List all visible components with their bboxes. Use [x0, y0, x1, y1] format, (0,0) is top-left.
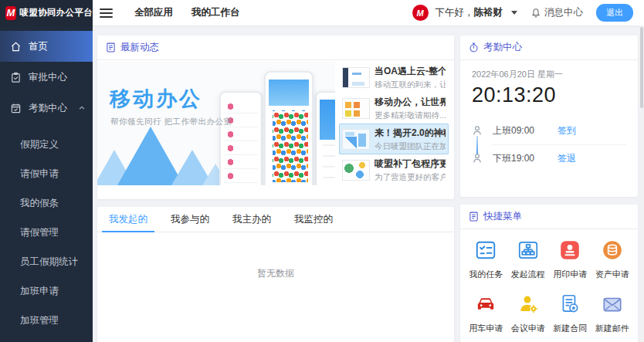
check-out-link[interactable]: 签退 [558, 152, 576, 165]
news-list: 当OA遇上云-整个协同OA 移动互联的到来，让OA与云 移动办公，让世界触手可 … [335, 62, 454, 185]
flow-icon [517, 239, 540, 262]
sidebar-item-employee-holiday-stats[interactable]: 员工假期统计 [0, 247, 93, 276]
news-card-header: 最新动态 [97, 36, 454, 60]
quick-item-new-contract[interactable]: 新建合同 [549, 293, 591, 334]
sidebar-item-label: 审批中心 [29, 71, 67, 84]
news-item[interactable]: 唛盟补丁包程序更新 为了营造更好的客户体验，唛 [339, 154, 449, 185]
news-text: 当OA遇上云-整个协同OA 移动互联的到来，让OA与云 [375, 65, 446, 90]
quick-item-my-tasks[interactable]: 我的任务 [465, 239, 507, 280]
brand-title: 唛盟协同办公平台 [20, 7, 93, 19]
quick-item-meeting-request[interactable]: 会议申请 [507, 293, 550, 334]
mail-icon [601, 293, 624, 316]
scrollbar-thumb[interactable] [640, 27, 643, 108]
attendance-card: 考勤中心 2022年06月20日 星期一 20:13:20 上班09:00 签到 [460, 36, 638, 197]
check-in-link[interactable]: 签到 [558, 124, 576, 137]
quick-item-label: 发起流程 [511, 269, 545, 280]
person-icon [472, 125, 483, 136]
news-subtitle: 更多精彩敬请期待....... [375, 110, 446, 121]
attendance-card-header: 考勤中心 [460, 36, 638, 60]
sidebar-item-label: 首页 [29, 40, 48, 53]
check-out-label: 下班19:00 [493, 152, 545, 165]
sidebar-item-holiday-definition[interactable]: 假期定义 [0, 130, 93, 159]
chevron-up-icon [78, 104, 86, 112]
contract-icon [558, 293, 581, 316]
brand-logo: M 唛盟协同办公平台 [0, 0, 93, 25]
news-subtitle: 为了营造更好的客户体验，唛 [375, 172, 446, 183]
quick-item-label: 我的任务 [469, 269, 503, 280]
news-thumbnail [342, 67, 370, 88]
tab-initiated-by-me[interactable]: 我发起的 [97, 207, 159, 232]
greeting-text: 下午好，陈裕财 [436, 6, 503, 19]
sidebar-item-overtime-management[interactable]: 加班管理 [0, 306, 93, 335]
tasks-card: 我发起的 我参与的 我主办的 我监控的 暂无数据 [97, 207, 454, 342]
quick-menu-grid: 我的任务 发起流程 用印申请 资产申请 [460, 229, 638, 334]
quick-item-label: 新建合同 [553, 323, 587, 334]
quick-item-start-process[interactable]: 发起流程 [507, 239, 550, 280]
tab-participated-by-me[interactable]: 我参与的 [159, 207, 221, 232]
logout-button[interactable]: 退出 [596, 4, 633, 22]
greeting-prefix: 下午好， [436, 7, 474, 18]
quick-item-asset-request[interactable]: 资产申请 [591, 239, 634, 280]
carousel-banner[interactable]: 移动办公 帮你领先同行 把工作带出办公室 [97, 62, 335, 185]
quick-menu-header: 快捷菜单 [460, 205, 638, 229]
document-icon [106, 42, 116, 52]
phone-mockup [264, 71, 314, 185]
person-icon [472, 153, 483, 164]
quick-item-label: 新建邮件 [595, 323, 629, 334]
quick-item-new-mail[interactable]: 新建邮件 [591, 293, 634, 334]
message-center-button[interactable]: 消息中心 [530, 6, 583, 19]
avatar[interactable]: M [412, 5, 429, 21]
sidebar: 首页 审批中心 考勤中心 假期定义 请假申请 我的假条 请假管理 员工假期统计 … [0, 25, 93, 342]
header-right: M 下午好，陈裕财 消息中心 退出 [412, 4, 644, 22]
news-thumbnail [342, 129, 370, 150]
chevron-down-icon[interactable] [511, 11, 517, 15]
sidebar-item-approval-center[interactable]: 审批中心 [0, 62, 93, 93]
clipboard-check-icon [10, 72, 22, 83]
sidebar-submenu: 假期定义 请假申请 我的假条 请假管理 员工假期统计 加班申请 加班管理 [0, 130, 93, 335]
attendance-date: 2022年06月20日 星期一 [472, 69, 626, 80]
attendance-clock: 20:13:20 [472, 83, 626, 107]
sidebar-item-leave-request[interactable]: 请假申请 [0, 159, 93, 188]
top-header: M 唛盟协同办公平台 全部应用 我的工作台 M 下午好，陈裕财 消息中心 退出 [0, 0, 644, 25]
news-title: 当OA遇上云-整个协同OA [375, 65, 446, 78]
phone-mockup [315, 91, 335, 185]
home-icon [10, 41, 22, 52]
stopwatch-icon [469, 42, 479, 52]
news-item-selected[interactable]: 来！揭开2.0的神秘面纱~ 今日唛盟团队正在加班加点， [339, 124, 449, 154]
sidebar-item-my-leave-notes[interactable]: 我的假条 [0, 188, 93, 218]
menu-toggle-icon[interactable] [100, 8, 113, 18]
app-window: M 唛盟协同办公平台 全部应用 我的工作台 M 下午好，陈裕财 消息中心 退出 … [0, 0, 644, 342]
sidebar-item-label: 考勤中心 [29, 102, 67, 115]
main-content: 最新动态 移动办公 帮你领先同行 把工作带出办公室 [93, 25, 644, 342]
news-thumbnail [342, 98, 370, 119]
bell-icon [530, 8, 541, 19]
news-item[interactable]: 当OA遇上云-整个协同OA 移动互联的到来，让OA与云 [339, 62, 449, 93]
check-in-label: 上班09:00 [493, 124, 545, 137]
sidebar-item-leave-management[interactable]: 请假管理 [0, 218, 93, 247]
notebook-icon [469, 212, 479, 222]
nav-tab-workbench[interactable]: 我的工作台 [192, 6, 240, 19]
tab-monitored-by-me[interactable]: 我监控的 [283, 207, 344, 232]
sidebar-item-overtime-request[interactable]: 加班申请 [0, 276, 93, 306]
news-title: 唛盟补丁包程序更新 [375, 157, 446, 171]
news-text: 来！揭开2.0的神秘面纱~ 今日唛盟团队正在加班加点， [375, 127, 446, 152]
sidebar-item-attendance-center[interactable]: 考勤中心 [0, 93, 93, 124]
stamp-icon [558, 239, 581, 262]
news-title: 移动办公，让世界触手可 [375, 96, 446, 109]
attendance-rows: 上班09:00 签到 下班19:00 签退 [472, 117, 626, 172]
quick-item-seal-request[interactable]: 用印申请 [549, 239, 591, 280]
phone-mockup [219, 91, 263, 185]
tasks-icon [474, 239, 497, 262]
news-subtitle: 今日唛盟团队正在加班加点， [375, 141, 446, 152]
news-subtitle: 移动互联的到来，让OA与云 [375, 80, 446, 90]
tab-hosted-by-me[interactable]: 我主办的 [221, 207, 283, 232]
sidebar-item-home[interactable]: 首页 [0, 31, 93, 62]
banner-subline: 帮你领先同行 把工作带出办公室 [110, 117, 232, 127]
quick-menu-card: 快捷菜单 我的任务 发起流程 用印申请 [460, 205, 638, 342]
news-item[interactable]: 移动办公，让世界触手可 更多精彩敬请期待....... [339, 93, 449, 124]
quick-item-vehicle-request[interactable]: 用车申请 [465, 293, 507, 334]
quick-menu-title: 快捷菜单 [483, 210, 522, 223]
news-text: 唛盟补丁包程序更新 为了营造更好的客户体验，唛 [375, 157, 446, 183]
news-thumbnail [342, 160, 370, 181]
nav-tab-all-apps[interactable]: 全部应用 [134, 6, 173, 19]
